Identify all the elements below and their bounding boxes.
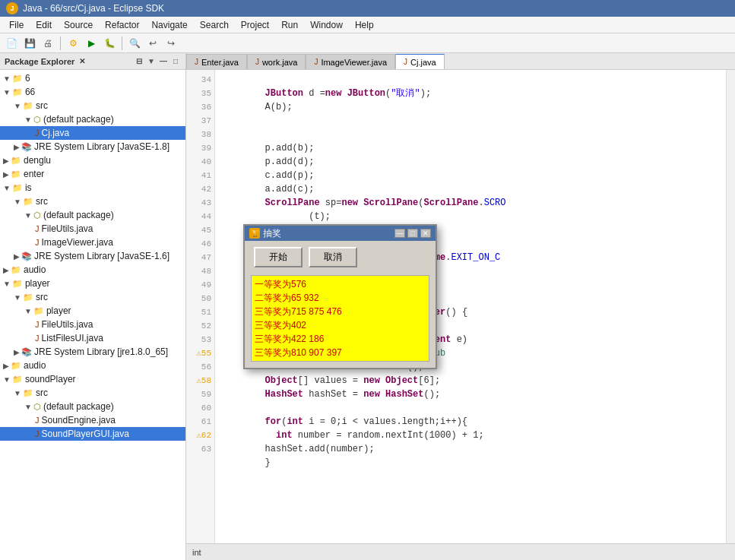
tree-item-default-pkg[interactable]: ▼ ⬡ (default package) (0, 112, 185, 126)
app-icon: J (6, 2, 18, 14)
menu-source[interactable]: Source (58, 18, 99, 32)
menu-project[interactable]: Project (235, 18, 275, 32)
tree-item-denglu[interactable]: ▶ 📁 denglu (0, 153, 185, 167)
tree-item-player-src[interactable]: ▼ 📁 src (0, 290, 185, 304)
java-imageviewer-icon: J (35, 238, 40, 247)
dialog-close-button[interactable]: ✕ (420, 229, 431, 238)
tree-item-cj-java[interactable]: J Cj.java (0, 126, 185, 140)
search-icon[interactable]: 🔍 (126, 35, 143, 52)
tree-item-sp-default-pkg[interactable]: ▼ ⬡ (default package) (0, 400, 185, 413)
lib-jre3-icon: 📚 (21, 347, 32, 357)
menu-navigate[interactable]: Navigate (145, 18, 193, 32)
menu-file[interactable]: File (3, 18, 30, 32)
tab-imageviewer-java[interactable]: J ImageViewer.java (306, 54, 395, 69)
minimize-panel-button[interactable]: — (158, 56, 169, 67)
tree-item-jre-3[interactable]: ▶ 📚 JRE System Library [jre1.8.0_65] (0, 345, 185, 359)
menu-run[interactable]: Run (275, 18, 304, 32)
build-button[interactable]: ⚙ (65, 35, 81, 52)
tree-label-enter: enter (24, 169, 44, 179)
tree-item-listfilesui[interactable]: J ListFilesUI.java (0, 331, 185, 345)
print-button[interactable]: 🖨 (40, 35, 56, 52)
editor-tabs: J Enter.java J work.java J ImageViewer.j… (186, 53, 735, 70)
tree-item-audio[interactable]: ▶ 📁 audio (0, 263, 185, 277)
tree-item-is-src[interactable]: ▼ 📁 src (0, 195, 185, 208)
menu-window[interactable]: Window (304, 18, 349, 32)
tab-work-icon: J (255, 58, 259, 66)
tree-item-jre-1[interactable]: ▶ 📚 JRE System Library [JavaSE-1.8] (0, 140, 185, 153)
tree-item-enter[interactable]: ▶ 📁 enter (0, 167, 185, 181)
start-button[interactable]: 开始 (254, 247, 303, 267)
expand-src-icon: ▼ (14, 102, 21, 110)
tab-work-java[interactable]: J work.java (247, 54, 306, 69)
tree-item-fileutils[interactable]: J FileUtils.java (0, 222, 185, 236)
status-text: int (192, 548, 201, 557)
tree-label-cj: Cj.java (42, 128, 70, 138)
tab-cj-label: Cj.java (410, 58, 436, 67)
dialog-maximize-button[interactable]: □ (407, 229, 418, 238)
lib-jre1-icon: 📚 (21, 142, 32, 152)
tree-item-player-fileutils[interactable]: J FileUtils.java (0, 318, 185, 331)
tree-label-is: is (25, 182, 32, 193)
redo-button[interactable]: ↪ (163, 35, 179, 52)
dialog-controls: — □ ✕ (394, 229, 431, 238)
tab-enter-java[interactable]: J Enter.java (186, 54, 247, 69)
tree-item-imageviewer[interactable]: J ImageViewer.java (0, 236, 185, 249)
expand-audio-icon: ▶ (3, 266, 9, 274)
expand-soundplayer-src-icon: ▼ (14, 389, 21, 397)
tree-item-soundplayer-src[interactable]: ▼ 📁 src (0, 386, 185, 400)
toolbar: 📄 💾 🖨 ⚙ ▶ 🐛 🔍 ↩ ↪ (0, 33, 735, 53)
panel-close-icon[interactable]: ✕ (79, 57, 85, 65)
tree-item-6[interactable]: ▼ 📁 6 (0, 71, 185, 85)
tab-cj-icon: J (404, 58, 407, 66)
tree-item-player-sub[interactable]: ▼ 📁 player (0, 304, 185, 318)
tree-item-player[interactable]: ▼ 📁 player (0, 277, 185, 290)
tree-item-is-default-pkg[interactable]: ▼ ⬡ (default package) (0, 208, 185, 222)
expand-66-icon: ▼ (3, 88, 11, 96)
undo-button[interactable]: ↩ (144, 35, 161, 52)
toolbar-sep-1 (60, 36, 61, 50)
expand-player-src-icon: ▼ (14, 293, 21, 302)
debug-button[interactable]: 🐛 (101, 35, 118, 52)
status-bar: int (186, 543, 735, 560)
result-item-1: 二等奖为65 932 (255, 291, 426, 305)
tree-label-66: 66 (25, 87, 35, 97)
folder-denglu-icon: 📁 (11, 156, 21, 166)
tree-area[interactable]: ▼ 📁 6 ▼ 📁 66 ▼ 📁 src ▼ ⬡ (default packag… (0, 70, 185, 560)
tree-item-soundplayer[interactable]: ▼ 📁 soundPlayer (0, 372, 185, 386)
menu-help[interactable]: Help (349, 18, 380, 32)
tree-label-denglu: denglu (24, 155, 51, 166)
expand-player-icon: ▼ (3, 280, 11, 288)
tree-label-is-src: src (36, 196, 48, 207)
editor-scrollbar[interactable] (726, 70, 735, 543)
tree-item-soundplayergui[interactable]: J SoundPlayerGUI.java (0, 427, 185, 441)
maximize-panel-button[interactable]: □ (170, 56, 181, 67)
tree-item-66[interactable]: ▼ 📁 66 (0, 85, 185, 99)
tab-cj-java[interactable]: J Cj.java (395, 54, 445, 69)
save-button[interactable]: 💾 (21, 35, 38, 52)
cancel-button[interactable]: 取消 (309, 247, 357, 267)
package-icon: ⬡ (33, 115, 41, 125)
panel-header-title: Package Explorer ✕ (5, 57, 85, 66)
run-button[interactable]: ▶ (83, 35, 100, 52)
tree-label-imageviewer: ImageViewer.java (42, 237, 114, 248)
tree-label-fileutils: FileUtils.java (42, 223, 93, 234)
dialog-title-bar[interactable]: 🏆 抽奖 — □ ✕ (245, 226, 436, 241)
view-menu-button[interactable]: ▼ (146, 56, 157, 67)
menu-refactor[interactable]: Refactor (99, 18, 145, 32)
new-button[interactable]: 📄 (3, 35, 20, 52)
collapse-all-button[interactable]: ⊟ (134, 56, 144, 67)
menu-search[interactable]: Search (194, 18, 235, 32)
tree-item-soundengine[interactable]: J SoundEngine.java (0, 413, 185, 427)
menu-edit[interactable]: Edit (30, 18, 58, 32)
expand-sp-pkg-icon: ▼ (24, 403, 32, 411)
tree-item-audio2[interactable]: ▶ 📁 audio (0, 359, 185, 372)
tree-item-jre-2[interactable]: ▶ 📚 JRE System Library [JavaSE-1.6] (0, 249, 185, 263)
tree-item-is[interactable]: ▼ 📁 is (0, 181, 185, 195)
dialog-minimize-button[interactable]: — (394, 229, 405, 238)
panel-header: Package Explorer ✕ ⊟ ▼ — □ (0, 53, 185, 70)
dialog-body: 开始 取消 一等奖为576 二等奖为65 932 三等奖为715 875 476… (245, 241, 436, 368)
tab-enter-label: Enter.java (201, 58, 239, 67)
expand-player-sub-icon: ▼ (24, 307, 32, 315)
tree-item-src[interactable]: ▼ 📁 src (0, 99, 185, 112)
tree-label-soundplayergui: SoundPlayerGUI.java (42, 429, 129, 439)
